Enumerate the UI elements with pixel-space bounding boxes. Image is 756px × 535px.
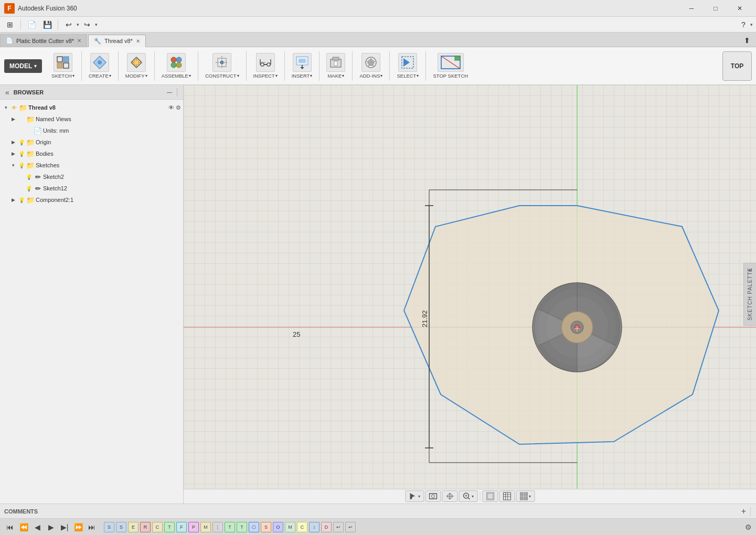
minimize-button[interactable]: ─ [679,0,704,17]
tl-op-18[interactable]: ↩ [333,522,344,532]
undo-button[interactable]: ↩ [62,18,76,31]
eye-sketch12[interactable]: 💡 [25,186,33,191]
anim-prev-button[interactable]: ⏪ [18,521,29,533]
tree-item-origin[interactable]: ▶ 💡 📁 Origin [0,136,183,148]
menu-separator-2 [58,19,58,30]
anim-play-start-button[interactable]: ⏮ [4,521,16,533]
tab-thread[interactable]: 🔧 Thread v8* ✕ [88,35,146,47]
toolbar-select[interactable]: SELECT▾ [393,51,422,81]
sketch-palette-handle[interactable]: SKETCH PALETTE « [743,263,756,326]
help-icon[interactable]: ? [737,18,750,31]
eye-component2[interactable]: 💡 [18,197,25,203]
new-file-icon[interactable]: 📄 [25,18,38,31]
tree-item-root[interactable]: ▾ 👁 📁 Thread v8 👁 ⚙ [0,102,183,113]
tl-op-13[interactable]: O [273,522,283,532]
toolbar-assemble[interactable]: ASSEMBLE▾ [158,51,194,81]
close-button[interactable]: ✕ [728,0,752,17]
tl-op-2[interactable]: R [140,522,151,532]
pan-btn[interactable] [442,490,457,502]
tl-op-6[interactable]: P [188,522,199,532]
eye-root[interactable]: 👁 [10,105,18,111]
zoom-window-btn[interactable]: ▾ [459,490,477,502]
anim-next-frame-button[interactable]: ▶| [59,521,70,533]
tree-item-units[interactable]: 📄 Units: mm [0,125,183,136]
model-dropdown[interactable]: MODEL ▾ [4,59,42,73]
tl-op-10[interactable]: T [237,522,247,532]
snap-btn[interactable]: ▾ [516,490,535,502]
canvas-area[interactable]: 21.92 25 SKETCH PALETTE « ▾ [184,85,756,504]
tl-op-19[interactable]: ↩ [345,522,356,532]
tabs-expand-icon[interactable]: ⬆ [740,34,754,47]
expand-named-views[interactable]: ▶ [9,116,17,122]
expand-bodies[interactable]: ▶ [9,151,17,156]
tab-close-1[interactable]: ✕ [77,38,81,44]
expand-origin[interactable]: ▶ [9,140,17,145]
toolbar-create[interactable]: CREATE▾ [86,51,114,81]
undo-arrow[interactable]: ▾ [77,22,79,27]
save-icon[interactable]: 💾 [40,18,54,31]
camera-btn[interactable] [425,490,441,502]
anim-next-button[interactable]: ⏩ [72,521,84,533]
tl-sketch-1[interactable]: S [104,522,114,532]
tl-op-17[interactable]: D [321,522,332,532]
tl-op-7[interactable]: M [200,522,211,532]
tl-op-1[interactable]: E [128,522,139,532]
tree-item-sketches[interactable]: ▾ 💡 📁 Sketches [0,159,183,171]
anim-settings-icon[interactable]: ⚙ [745,523,752,531]
expand-root[interactable]: ▾ [2,105,9,110]
tl-op-9[interactable]: T [225,522,235,532]
toolbar-inspect[interactable]: INSPECT▾ [250,51,281,81]
anim-play-button[interactable]: ▶ [45,521,57,533]
tree-item-sketch2[interactable]: 💡 ✏ Sketch2 [0,171,183,183]
tl-op-12[interactable]: S [261,522,271,532]
cursor-btn[interactable]: ▾ [405,490,424,502]
tl-op-5[interactable]: F [176,522,187,532]
toolbar-construct[interactable]: CONSTRUCT▾ [202,51,242,81]
eye-extra-icon[interactable]: 👁 [168,104,174,111]
grid-menu-icon[interactable]: ⊞ [3,18,17,31]
redo-button[interactable]: ↪ [80,18,94,31]
sketch-canvas[interactable]: 21.92 25 SKETCH PALETTE « [184,85,756,504]
toolbar-modify[interactable]: MODIFY▾ [122,51,151,81]
comments-add-button[interactable]: + [741,507,746,516]
tree-item-sketch12[interactable]: 💡 ✏ Sketch12 [0,183,183,194]
tab-close-2[interactable]: ✕ [136,38,140,44]
tab-bottle-cutter[interactable]: 📄 Platic Bottle Cutter v8* ✕ [0,34,87,47]
display-mode-btn[interactable] [482,490,498,502]
eye-origin[interactable]: 💡 [18,140,25,145]
anim-prev-frame-button[interactable]: ◀ [31,521,43,533]
expand-component2[interactable]: ▶ [9,197,17,202]
browser-pin-icon[interactable]: ─ [167,88,172,97]
top-view-button[interactable]: TOP [722,51,752,81]
grid-toggle-btn[interactable] [499,490,515,502]
toolbar-make[interactable]: MAKE▾ [323,51,348,81]
svg-point-11 [171,57,176,62]
tree-item-named-views[interactable]: ▶ 📁 Named Views [0,113,183,125]
toolbar-insert[interactable]: INSERT▾ [289,51,316,81]
sketch-label: SKETCH▾ [51,73,74,79]
toolbar-stop-sketch[interactable]: STOP SKETCH [430,51,471,81]
tl-op-11[interactable]: ⬡ [249,522,259,532]
gear-extra-icon[interactable]: ⚙ [176,104,181,111]
tree-item-bodies[interactable]: ▶ 💡 📁 Bodies [0,148,183,159]
tl-sketch-2[interactable]: S [116,522,126,532]
tl-op-3[interactable]: C [152,522,163,532]
redo-arrow[interactable]: ▾ [95,22,98,27]
anim-play-end-button[interactable]: ⏭ [86,521,98,533]
tl-op-4[interactable]: T [164,522,175,532]
eye-bodies[interactable]: 💡 [18,151,25,157]
browser-back-icon[interactable]: « [4,87,10,98]
tab-icon-2: 🔧 [94,38,101,45]
tl-op-14[interactable]: M [285,522,295,532]
tl-op-16[interactable]: ↕ [309,522,320,532]
toolbar-addins[interactable]: ADD-INS▾ [356,51,386,81]
eye-sketch2[interactable]: 💡 [25,174,33,180]
eye-sketches[interactable]: 💡 [18,163,25,168]
tree-item-component2[interactable]: ▶ 💡 📁 Component2:1 [0,194,183,206]
svg-marker-34 [403,58,410,67]
tl-op-8[interactable]: | [212,522,223,532]
maximize-button[interactable]: □ [704,0,728,17]
expand-sketches[interactable]: ▾ [9,163,17,168]
tl-op-15[interactable]: C [297,522,307,532]
toolbar-sketch[interactable]: SKETCH▾ [48,51,78,81]
